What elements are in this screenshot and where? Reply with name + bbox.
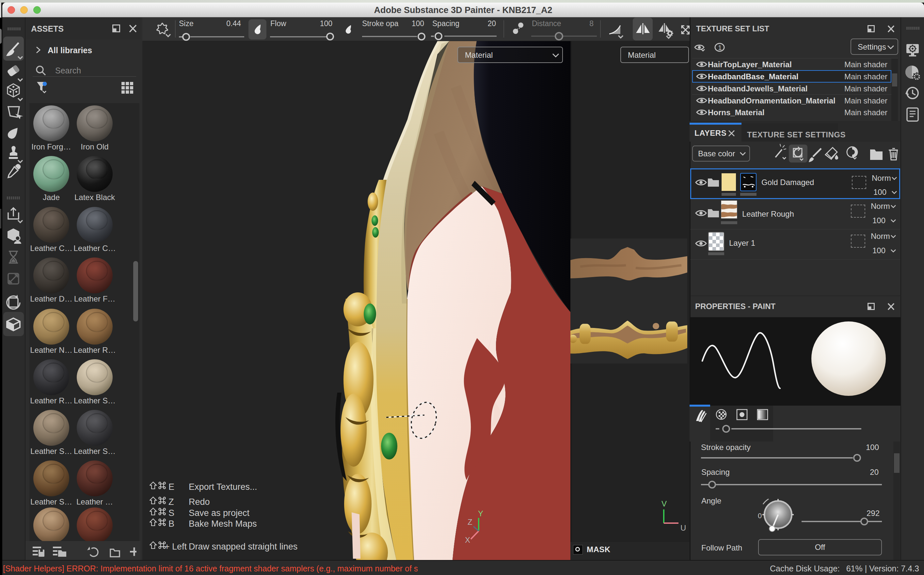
svg-text:Z: Z — [169, 497, 174, 507]
svg-text:Draw snapped straight lines: Draw snapped straight lines — [189, 542, 297, 551]
svg-text:X: X — [465, 535, 470, 544]
svg-text:Export Textures...: Export Textures... — [189, 482, 257, 492]
svg-text:Bake Mesh Maps: Bake Mesh Maps — [189, 519, 257, 529]
svg-text:V: V — [662, 500, 667, 508]
svg-text:0: 0 — [758, 512, 762, 520]
svg-text:Z: Z — [468, 518, 472, 526]
svg-text:Y: Y — [478, 509, 483, 518]
svg-text:+ Left: + Left — [165, 542, 187, 551]
svg-text:U: U — [681, 523, 686, 532]
svg-text:1: 1 — [718, 44, 722, 51]
svg-text:B: B — [169, 519, 174, 529]
svg-text:Save as project: Save as project — [189, 508, 250, 518]
svg-text:S: S — [169, 508, 174, 518]
svg-text:E: E — [169, 482, 174, 492]
svg-text:Redo: Redo — [189, 497, 210, 507]
